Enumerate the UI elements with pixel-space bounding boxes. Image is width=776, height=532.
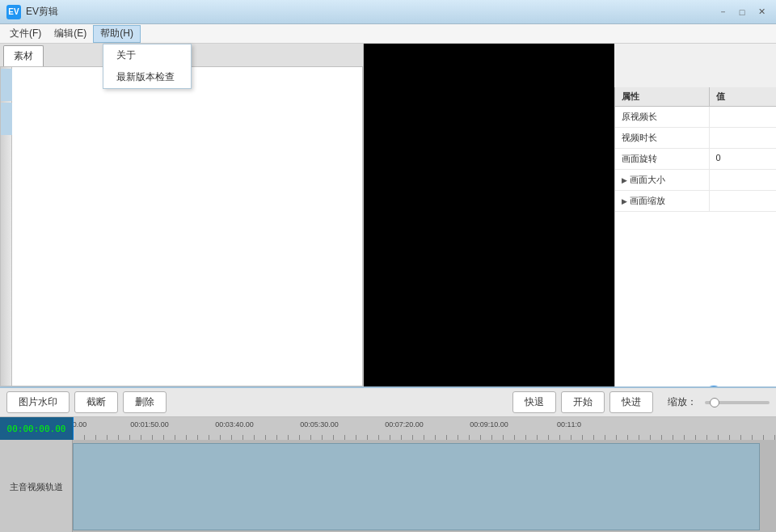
forward-button[interactable]: 快进 [609,391,653,413]
menu-check-update[interactable]: 最新版本检查 [103,66,191,88]
help-dropdown-menu: 关于 最新版本检查 [103,44,192,89]
strip-item-2[interactable] [1,103,12,135]
window-controls: － □ ✕ [715,5,770,19]
props-name-4: ▶ 画面缩放 [615,191,710,211]
media-area [0,66,363,386]
props-row-0: 原视频长 [615,107,776,128]
maximize-button[interactable]: □ [734,5,750,19]
right-content: 属性 值 原视频长 视频时长 画面旋转 0 [364,44,776,386]
props-row-1: 视频时长 [615,128,776,149]
playhead[interactable] [73,417,74,440]
zoom-slider[interactable] [705,401,770,404]
menu-about[interactable]: 关于 [103,44,191,66]
props-attr-header: 属性 [615,87,710,106]
app-icon: EV [6,5,21,19]
video-preview [364,44,614,386]
close-button[interactable]: ✕ [753,5,770,19]
menubar: 文件(F) 编辑(E) 帮助(H) [0,24,776,44]
props-name-1: 视频时长 [615,128,710,148]
tick-3: 00:05:30.00 [300,420,339,429]
timeline-ruler: 00:00:00.00 00.00 00:01:50.00 00:03:40.0… [0,417,776,440]
tick-6: 00:11:0 [557,420,581,429]
properties-panel: 属性 值 原视频长 视频时长 画面旋转 0 [614,87,776,386]
toolbar: 图片水印 截断 删除 快退 开始 快进 缩放： [0,388,776,417]
strip-item-1[interactable] [1,69,12,101]
cut-button[interactable]: 截断 [74,391,118,413]
timeline-area: 图片水印 截断 删除 快退 开始 快进 缩放： 00:00:00.00 00.0… [0,386,776,532]
props-name-0: 原视频长 [615,107,710,127]
minimize-button[interactable]: － [715,5,731,19]
menu-edit[interactable]: 编辑(E) [48,25,93,43]
zoom-thumb[interactable] [710,398,719,407]
timecode-display: 00:00:00.00 [0,417,73,440]
props-value-3 [710,170,776,190]
props-value-4 [710,191,776,211]
expand-arrow-3[interactable]: ▶ [622,176,627,184]
titlebar: EV EV剪辑 － □ ✕ [0,0,776,24]
tick-4: 00:07:20.00 [385,420,424,429]
zoom-label: 缩放： [668,395,697,409]
tick-1: 00:01:50.00 [130,420,169,429]
ruler-ticks[interactable]: 00.00 00:01:50.00 00:03:40.00 00:05:30.0… [73,417,776,440]
track-label: 主音视频轨道 [0,440,73,532]
menu-file[interactable]: 文件(F) [3,25,48,43]
props-row-2: 画面旋转 0 [615,149,776,170]
props-val-header: 值 [710,87,776,106]
watermark-button[interactable]: 图片水印 [6,391,70,413]
props-row-3: ▶ 画面大小 [615,170,776,191]
app-title: EV剪辑 [26,5,715,19]
tick-5: 00:09:10.00 [470,420,508,429]
props-value-1 [710,128,776,148]
props-value-2: 0 [710,149,776,169]
properties-header: 属性 值 [615,87,776,107]
tick-2: 00:03:40.00 [215,420,254,429]
props-name-3: ▶ 画面大小 [615,170,710,190]
props-row-4: ▶ 画面缩放 [615,191,776,212]
expand-arrow-4[interactable]: ▶ [622,197,627,205]
left-panel: 素材 [0,44,364,386]
tab-media[interactable]: 素材 [3,45,44,66]
rewind-button[interactable]: 快退 [512,391,556,413]
track-area: 主音视频轨道 [0,440,776,532]
play-button[interactable]: 开始 [561,391,605,413]
props-name-2: 画面旋转 [615,149,710,169]
tick-0: 00.00 [73,420,86,429]
track-fill [73,443,760,530]
content-area: 素材 属性 值 [0,44,776,386]
left-strip [1,67,12,386]
delete-button[interactable]: 删除 [123,391,167,413]
track-content[interactable] [73,440,776,532]
props-value-0 [710,107,776,127]
menu-help[interactable]: 帮助(H) [93,25,141,43]
